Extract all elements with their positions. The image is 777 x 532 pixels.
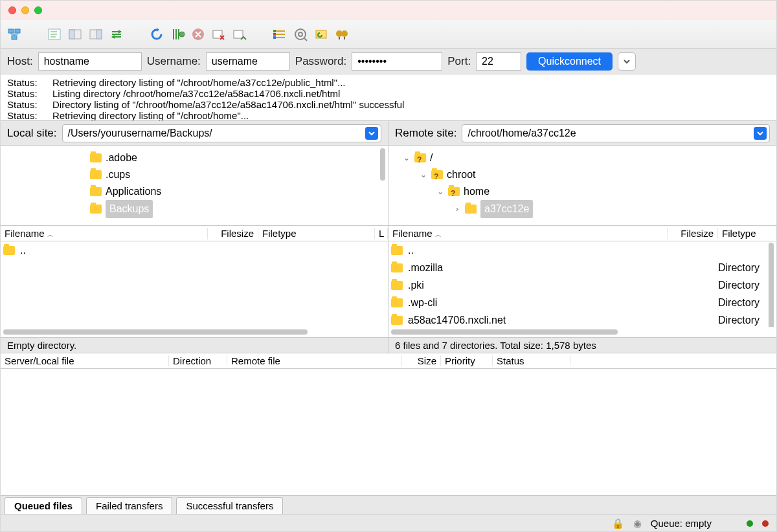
tree-item[interactable]: Applications [10, 183, 385, 200]
scrollbar-horizontal[interactable] [1, 327, 388, 337]
directory-compare-icon[interactable] [292, 26, 309, 43]
titlebar [1, 1, 776, 20]
toggle-log-icon[interactable] [46, 26, 63, 43]
queue-body[interactable] [1, 369, 776, 496]
svg-point-16 [298, 32, 302, 36]
local-status: Empty directory. [1, 337, 388, 353]
tree-item[interactable]: .cups [10, 166, 385, 183]
file-lists: Filename ︿ Filesize Filetype L .. Empty … [1, 226, 776, 353]
disconnect-icon[interactable] [210, 26, 227, 43]
queue-columns[interactable]: Server/Local fileDirectionRemote fileSiz… [1, 353, 776, 369]
queue-tabs: Queued files Failed transfers Successful… [1, 495, 776, 515]
process-queue-icon[interactable] [169, 26, 186, 43]
close-window-button[interactable] [8, 6, 16, 14]
tree-item[interactable]: ⌄chroot [398, 166, 774, 183]
sync-browse-icon[interactable] [313, 26, 330, 43]
svg-rect-0 [8, 29, 14, 33]
tree-item[interactable]: ⌄/ [398, 150, 774, 166]
remote-status: 6 files and 7 directories. Total size: 1… [388, 337, 776, 353]
password-label: Password: [295, 55, 346, 68]
tab-failed[interactable]: Failed transfers [86, 497, 172, 514]
activity-led-upload [762, 520, 769, 527]
svg-rect-14 [273, 36, 276, 39]
toggle-local-tree-icon[interactable] [67, 26, 84, 43]
file-row[interactable]: .mozillaDirectory [388, 259, 776, 276]
minimize-window-button[interactable] [21, 6, 29, 14]
sort-asc-icon: ︿ [435, 231, 442, 238]
file-row[interactable]: .wp-cliDirectory [388, 294, 776, 311]
svg-point-15 [295, 29, 306, 39]
svg-rect-12 [273, 30, 276, 32]
local-site-label: Local site: [7, 127, 57, 140]
scrollbar-horizontal[interactable] [388, 327, 776, 337]
chevron-down-icon[interactable] [754, 127, 767, 140]
scrollbar-vertical[interactable] [769, 241, 775, 327]
remote-file-list: Filename ︿ Filesize Filetype ...mozillaD… [388, 226, 776, 353]
password-input[interactable] [352, 52, 442, 71]
tree-item[interactable]: ⌄home [398, 183, 774, 200]
tree-item[interactable]: Backups [10, 200, 385, 218]
file-row[interactable]: .. [388, 241, 776, 259]
cancel-icon[interactable] [190, 26, 207, 43]
file-row[interactable]: a58ac14706.nxcli.netDirectory [388, 311, 776, 327]
local-rows[interactable]: .. [1, 241, 388, 327]
filter-icon[interactable] [271, 26, 288, 43]
port-input[interactable] [476, 52, 521, 71]
local-site-path: /Users/yourusername/Backups/ [68, 127, 212, 139]
refresh-icon[interactable] [148, 26, 165, 43]
quickconnect-history-dropdown[interactable] [618, 52, 636, 71]
col-last[interactable]: L [375, 228, 388, 239]
col-filesize[interactable]: Filesize [668, 228, 718, 239]
remote-pane: Remote site: /chroot/home/a37cc12e ⌄/⌄ch… [388, 121, 776, 225]
sort-asc-icon: ︿ [47, 231, 54, 238]
local-pane: Local site: /Users/yourusername/Backups/… [1, 121, 388, 225]
host-input[interactable] [38, 52, 142, 71]
tree-item[interactable]: ›a37cc12e [398, 200, 774, 218]
svg-rect-1 [15, 29, 20, 33]
toolbar [1, 20, 776, 49]
col-filetype[interactable]: Filetype [258, 228, 375, 239]
zoom-window-button[interactable] [34, 6, 42, 14]
svg-point-19 [341, 30, 348, 37]
remote-columns[interactable]: Filename ︿ Filesize Filetype [388, 226, 776, 241]
remote-site-input[interactable]: /chroot/home/a37cc12e [462, 124, 770, 142]
lock-icon[interactable]: 🔒 [612, 518, 624, 529]
queue-status: Queue: empty [651, 518, 712, 529]
tab-queued[interactable]: Queued files [5, 497, 82, 514]
toggle-queue-icon[interactable] [108, 26, 125, 43]
svg-point-8 [179, 32, 185, 37]
find-icon[interactable] [333, 26, 350, 43]
svg-rect-5 [69, 30, 74, 39]
scrollbar-thumb[interactable] [380, 148, 385, 181]
directory-trees: Local site: /Users/yourusername/Backups/… [1, 121, 776, 226]
reconnect-icon[interactable] [231, 26, 248, 43]
toggle-remote-tree-icon[interactable] [87, 26, 104, 43]
filezilla-window: Host: Username: Password: Port: Quickcon… [0, 0, 777, 532]
svg-rect-2 [12, 36, 17, 39]
tree-item[interactable]: .adobe [10, 150, 385, 166]
col-filename[interactable]: Filename [5, 228, 45, 239]
chevron-down-icon[interactable] [365, 127, 378, 140]
file-row[interactable]: .. [1, 241, 388, 259]
site-manager-icon[interactable] [6, 26, 23, 43]
remote-tree[interactable]: ⌄/⌄chroot⌄home›a37cc12e [388, 146, 776, 225]
port-label: Port: [447, 55, 471, 68]
footer: 🔒 ◉ Queue: empty [1, 515, 776, 531]
message-log[interactable]: Status:Retrieving directory listing of "… [1, 74, 776, 121]
username-input[interactable] [206, 52, 290, 71]
remote-rows[interactable]: ...mozillaDirectory.pkiDirectory.wp-cliD… [388, 241, 776, 327]
quickconnect-bar: Host: Username: Password: Port: Quickcon… [1, 49, 776, 74]
col-filesize[interactable]: Filesize [208, 228, 258, 239]
quickconnect-button[interactable]: Quickconnect [526, 52, 613, 71]
local-columns[interactable]: Filename ︿ Filesize Filetype L [1, 226, 388, 241]
globe-icon[interactable]: ◉ [633, 518, 642, 529]
local-site-input[interactable]: /Users/yourusername/Backups/ [62, 124, 381, 142]
col-filetype[interactable]: Filetype [718, 228, 776, 239]
local-tree[interactable]: .adobe.cupsApplicationsBackups [1, 146, 388, 225]
username-label: Username: [147, 55, 201, 68]
col-filename[interactable]: Filename [392, 228, 433, 239]
tab-success[interactable]: Successful transfers [176, 497, 283, 514]
host-label: Host: [7, 55, 33, 68]
file-row[interactable]: .pkiDirectory [388, 276, 776, 294]
svg-rect-7 [96, 30, 102, 39]
